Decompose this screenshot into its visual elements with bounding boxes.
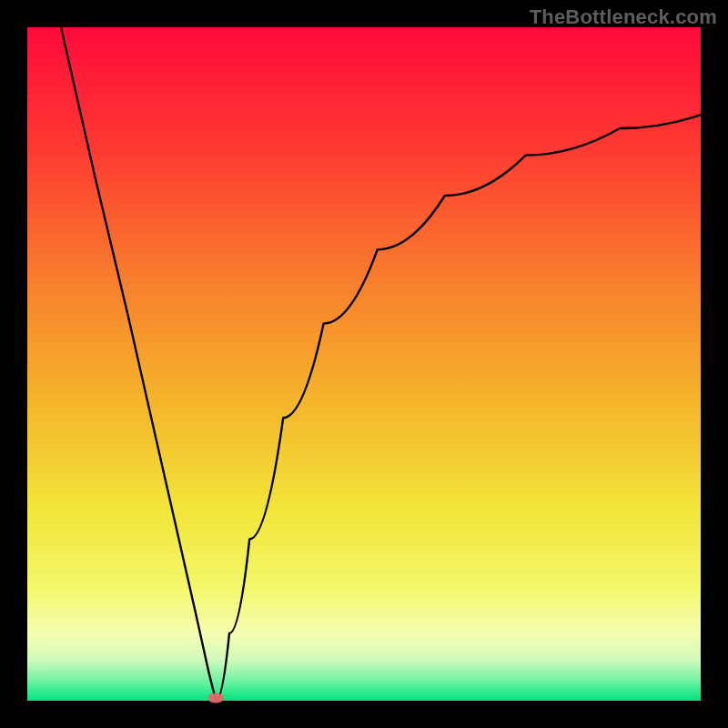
watermark-text: TheBottleneck.com	[530, 5, 717, 29]
svg-rect-0	[27, 27, 701, 701]
optimum-marker	[207, 693, 224, 703]
plot-area	[27, 27, 701, 701]
chart-frame: TheBottleneck.com	[0, 0, 728, 728]
background-gradient	[27, 27, 701, 701]
